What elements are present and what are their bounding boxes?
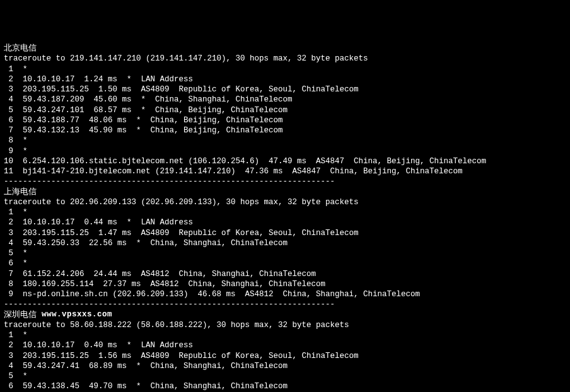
traceroute-hop: 10 6.254.120.106.static.bjtelecom.net (1… <box>4 156 566 166</box>
traceroute-hop: 2 10.10.10.17 0.40 ms * LAN Address <box>4 340 566 350</box>
section-header: 深圳电信 <box>4 311 37 320</box>
traceroute-hop: 5 * <box>4 371 566 381</box>
traceroute-hop: 6 * <box>4 258 566 268</box>
traceroute-hop: 4 59.43.187.209 45.60 ms * China, Shangh… <box>4 95 566 105</box>
watermark-text: www.vpsxxs.com <box>42 309 112 320</box>
traceroute-hop: 3 203.195.115.25 1.56 ms AS4809 Republic… <box>4 351 566 361</box>
traceroute-hop: 6 59.43.138.45 49.70 ms * China, Shangha… <box>4 381 566 391</box>
section-header: 上海电信 <box>4 187 566 197</box>
traceroute-hop: 11 bj141-147-210.bjtelecom.net (219.141.… <box>4 166 566 176</box>
traceroute-hop: 1 * <box>4 207 566 217</box>
traceroute-hop: 5 59.43.247.101 68.57 ms * China, Beijin… <box>4 105 566 115</box>
section-header-line: 深圳电信www.vpsxxs.com <box>4 310 566 320</box>
traceroute-hop: 5 * <box>4 248 566 258</box>
traceroute-hop: 4 59.43.247.41 68.89 ms * China, Shangha… <box>4 361 566 371</box>
traceroute-hop: 1 * <box>4 64 566 74</box>
traceroute-hop: 4 59.43.250.33 22.56 ms * China, Shangha… <box>4 238 566 248</box>
traceroute-hop: 2 10.10.10.17 1.24 ms * LAN Address <box>4 74 566 84</box>
traceroute-hop: 1 * <box>4 330 566 340</box>
traceroute-header: traceroute to 58.60.188.222 (58.60.188.2… <box>4 320 566 330</box>
traceroute-hop: 7 61.152.24.206 24.44 ms AS4812 China, S… <box>4 269 566 279</box>
traceroute-hop: 8 * <box>4 135 566 146</box>
section-separator: ----------------------------------------… <box>4 299 566 309</box>
traceroute-hop: 9 ns-pd.online.sh.cn (202.96.209.133) 46… <box>4 289 566 299</box>
section-separator: ----------------------------------------… <box>4 176 566 187</box>
traceroute-hop: 9 * <box>4 146 566 156</box>
traceroute-hop: 6 59.43.188.77 48.06 ms * China, Beijing… <box>4 115 566 125</box>
section-header: 北京电信 <box>4 43 566 54</box>
traceroute-header: traceroute to 202.96.209.133 (202.96.209… <box>4 197 566 207</box>
traceroute-hop: 3 203.195.115.25 1.50 ms AS4809 Republic… <box>4 84 566 95</box>
traceroute-hop: 8 180.169.255.114 27.37 ms AS4812 China,… <box>4 279 566 289</box>
traceroute-hop: 7 59.43.132.13 45.90 ms * China, Beijing… <box>4 125 566 135</box>
traceroute-header: traceroute to 219.141.147.210 (219.141.1… <box>4 54 566 64</box>
traceroute-hop: 2 10.10.10.17 0.44 ms * LAN Address <box>4 217 566 228</box>
terminal-output: 北京电信traceroute to 219.141.147.210 (219.1… <box>4 43 566 392</box>
traceroute-hop: 3 203.195.115.25 1.47 ms AS4809 Republic… <box>4 228 566 238</box>
